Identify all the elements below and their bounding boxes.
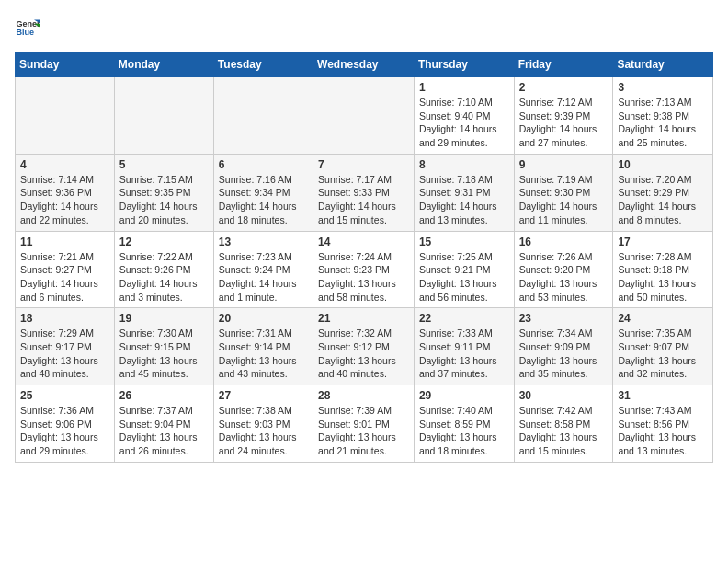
calendar-cell: 18Sunrise: 7:29 AM Sunset: 9:17 PM Dayli…	[16, 308, 115, 385]
cell-info: Sunrise: 7:25 AM Sunset: 9:21 PM Dayligh…	[419, 250, 509, 304]
calendar-cell: 21Sunrise: 7:32 AM Sunset: 9:12 PM Dayli…	[313, 308, 415, 385]
day-number: 6	[219, 158, 308, 171]
day-number: 12	[119, 236, 209, 248]
calendar-cell: 12Sunrise: 7:22 AM Sunset: 9:26 PM Dayli…	[114, 231, 213, 308]
day-header-tuesday: Tuesday	[213, 52, 313, 77]
day-header-wednesday: Wednesday	[313, 52, 415, 77]
day-number: 20	[219, 312, 308, 325]
cell-info: Sunrise: 7:12 AM Sunset: 9:39 PM Dayligh…	[519, 96, 609, 150]
calendar-cell: 31Sunrise: 7:43 AM Sunset: 8:56 PM Dayli…	[613, 385, 713, 463]
day-number: 9	[519, 158, 609, 171]
day-number: 23	[519, 312, 609, 325]
calendar-cell: 14Sunrise: 7:24 AM Sunset: 9:23 PM Dayli…	[313, 231, 415, 308]
calendar-week-row: 1Sunrise: 7:10 AM Sunset: 9:40 PM Daylig…	[16, 77, 713, 155]
calendar-cell	[213, 77, 313, 155]
calendar-week-row: 4Sunrise: 7:14 AM Sunset: 9:36 PM Daylig…	[16, 154, 713, 231]
day-number: 29	[419, 389, 509, 402]
day-number: 3	[618, 81, 708, 94]
day-number: 5	[119, 158, 209, 171]
cell-info: Sunrise: 7:13 AM Sunset: 9:38 PM Dayligh…	[618, 96, 708, 150]
cell-info: Sunrise: 7:37 AM Sunset: 9:04 PM Dayligh…	[119, 404, 209, 458]
cell-info: Sunrise: 7:35 AM Sunset: 9:07 PM Dayligh…	[618, 327, 708, 381]
calendar-cell: 7Sunrise: 7:17 AM Sunset: 9:33 PM Daylig…	[313, 154, 415, 231]
calendar-cell	[114, 77, 213, 155]
calendar-cell: 6Sunrise: 7:16 AM Sunset: 9:34 PM Daylig…	[213, 154, 313, 231]
calendar-cell: 11Sunrise: 7:21 AM Sunset: 9:27 PM Dayli…	[16, 231, 115, 308]
svg-text:Blue: Blue	[16, 28, 34, 37]
calendar-cell: 29Sunrise: 7:40 AM Sunset: 8:59 PM Dayli…	[414, 385, 514, 463]
day-number: 10	[618, 158, 708, 171]
day-header-saturday: Saturday	[613, 52, 713, 77]
cell-info: Sunrise: 7:10 AM Sunset: 9:40 PM Dayligh…	[419, 96, 509, 150]
calendar-cell	[313, 77, 415, 155]
calendar-cell: 24Sunrise: 7:35 AM Sunset: 9:07 PM Dayli…	[613, 308, 713, 385]
day-number: 25	[20, 389, 109, 402]
calendar-header-row: SundayMondayTuesdayWednesdayThursdayFrid…	[16, 52, 713, 77]
cell-info: Sunrise: 7:16 AM Sunset: 9:34 PM Dayligh…	[219, 173, 308, 227]
day-number: 16	[519, 236, 609, 248]
cell-info: Sunrise: 7:29 AM Sunset: 9:17 PM Dayligh…	[20, 327, 109, 381]
calendar-cell: 5Sunrise: 7:15 AM Sunset: 9:35 PM Daylig…	[114, 154, 213, 231]
cell-info: Sunrise: 7:33 AM Sunset: 9:11 PM Dayligh…	[419, 327, 509, 381]
calendar-cell: 9Sunrise: 7:19 AM Sunset: 9:30 PM Daylig…	[514, 154, 613, 231]
cell-info: Sunrise: 7:40 AM Sunset: 8:59 PM Dayligh…	[419, 404, 509, 458]
cell-info: Sunrise: 7:30 AM Sunset: 9:15 PM Dayligh…	[119, 327, 209, 381]
calendar-cell: 25Sunrise: 7:36 AM Sunset: 9:06 PM Dayli…	[16, 385, 115, 463]
day-number: 19	[119, 312, 209, 325]
cell-info: Sunrise: 7:43 AM Sunset: 8:56 PM Dayligh…	[618, 404, 708, 458]
calendar-week-row: 11Sunrise: 7:21 AM Sunset: 9:27 PM Dayli…	[16, 231, 713, 308]
day-number: 13	[219, 236, 308, 248]
calendar-cell: 1Sunrise: 7:10 AM Sunset: 9:40 PM Daylig…	[414, 77, 514, 155]
calendar-cell: 19Sunrise: 7:30 AM Sunset: 9:15 PM Dayli…	[114, 308, 213, 385]
cell-info: Sunrise: 7:39 AM Sunset: 9:01 PM Dayligh…	[318, 404, 409, 458]
day-number: 28	[318, 389, 409, 402]
cell-info: Sunrise: 7:38 AM Sunset: 9:03 PM Dayligh…	[219, 404, 308, 458]
cell-info: Sunrise: 7:34 AM Sunset: 9:09 PM Dayligh…	[519, 327, 609, 381]
day-header-sunday: Sunday	[16, 52, 115, 77]
cell-info: Sunrise: 7:24 AM Sunset: 9:23 PM Dayligh…	[318, 250, 409, 304]
day-number: 17	[618, 236, 708, 248]
cell-info: Sunrise: 7:14 AM Sunset: 9:36 PM Dayligh…	[20, 173, 109, 227]
calendar-cell: 4Sunrise: 7:14 AM Sunset: 9:36 PM Daylig…	[16, 154, 115, 231]
calendar-cell	[16, 77, 115, 155]
day-number: 26	[119, 389, 209, 402]
calendar-cell: 30Sunrise: 7:42 AM Sunset: 8:58 PM Dayli…	[514, 385, 613, 463]
cell-info: Sunrise: 7:18 AM Sunset: 9:31 PM Dayligh…	[419, 173, 509, 227]
day-header-monday: Monday	[114, 52, 213, 77]
day-number: 8	[419, 158, 509, 171]
calendar-cell: 17Sunrise: 7:28 AM Sunset: 9:18 PM Dayli…	[613, 231, 713, 308]
day-number: 30	[519, 389, 609, 402]
day-number: 15	[419, 236, 509, 248]
cell-info: Sunrise: 7:19 AM Sunset: 9:30 PM Dayligh…	[519, 173, 609, 227]
calendar-cell: 10Sunrise: 7:20 AM Sunset: 9:29 PM Dayli…	[613, 154, 713, 231]
day-number: 24	[618, 312, 708, 325]
cell-info: Sunrise: 7:21 AM Sunset: 9:27 PM Dayligh…	[20, 250, 109, 304]
day-number: 2	[519, 81, 609, 94]
day-number: 11	[20, 236, 109, 248]
calendar-cell: 20Sunrise: 7:31 AM Sunset: 9:14 PM Dayli…	[213, 308, 313, 385]
day-number: 21	[318, 312, 409, 325]
page-header: General Blue	[15, 15, 713, 40]
calendar-cell: 28Sunrise: 7:39 AM Sunset: 9:01 PM Dayli…	[313, 385, 415, 463]
calendar-cell: 15Sunrise: 7:25 AM Sunset: 9:21 PM Dayli…	[414, 231, 514, 308]
day-header-thursday: Thursday	[414, 52, 514, 77]
calendar-cell: 16Sunrise: 7:26 AM Sunset: 9:20 PM Dayli…	[514, 231, 613, 308]
day-number: 7	[318, 158, 409, 171]
day-number: 18	[20, 312, 109, 325]
calendar-week-row: 25Sunrise: 7:36 AM Sunset: 9:06 PM Dayli…	[16, 385, 713, 463]
calendar-table: SundayMondayTuesdayWednesdayThursdayFrid…	[15, 52, 713, 463]
logo-icon: General Blue	[15, 15, 40, 40]
day-number: 31	[618, 389, 708, 402]
cell-info: Sunrise: 7:22 AM Sunset: 9:26 PM Dayligh…	[119, 250, 209, 304]
calendar-week-row: 18Sunrise: 7:29 AM Sunset: 9:17 PM Dayli…	[16, 308, 713, 385]
calendar-cell: 8Sunrise: 7:18 AM Sunset: 9:31 PM Daylig…	[414, 154, 514, 231]
cell-info: Sunrise: 7:32 AM Sunset: 9:12 PM Dayligh…	[318, 327, 409, 381]
logo: General Blue	[15, 15, 46, 40]
calendar-cell: 23Sunrise: 7:34 AM Sunset: 9:09 PM Dayli…	[514, 308, 613, 385]
calendar-cell: 26Sunrise: 7:37 AM Sunset: 9:04 PM Dayli…	[114, 385, 213, 463]
day-header-friday: Friday	[514, 52, 613, 77]
cell-info: Sunrise: 7:15 AM Sunset: 9:35 PM Dayligh…	[119, 173, 209, 227]
calendar-cell: 13Sunrise: 7:23 AM Sunset: 9:24 PM Dayli…	[213, 231, 313, 308]
cell-info: Sunrise: 7:31 AM Sunset: 9:14 PM Dayligh…	[219, 327, 308, 381]
day-number: 22	[419, 312, 509, 325]
